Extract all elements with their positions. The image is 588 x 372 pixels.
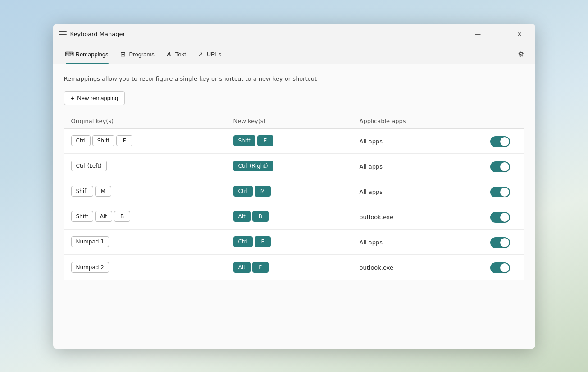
- table-row: Ctrl Shift F Shift F All apps: [64, 129, 524, 154]
- table-row: Ctrl (Left) Ctrl (Right) All apps: [64, 154, 524, 179]
- programs-icon: ⊞: [119, 51, 127, 58]
- toggle-row4[interactable]: [490, 212, 510, 223]
- tab-programs-label: Programs: [129, 51, 155, 58]
- key-badge: Alt: [95, 211, 112, 222]
- tab-urls[interactable]: ↗ URLs: [191, 44, 227, 64]
- tab-text-label: Text: [175, 51, 186, 58]
- key-badge: M: [95, 186, 111, 197]
- row1-new-keys: Shift F: [233, 135, 360, 146]
- text-icon: A: [165, 51, 173, 58]
- close-button[interactable]: ✕: [509, 27, 530, 41]
- key-badge-filled: F: [252, 262, 269, 273]
- row1-original-keys: Ctrl Shift F: [71, 135, 233, 146]
- header-new: New key(s): [233, 118, 360, 124]
- title-bar: Keyboard Manager — □ ✕: [53, 24, 535, 45]
- key-badge-filled: Ctrl: [233, 186, 253, 197]
- row6-original-keys: Numpad 2: [71, 262, 233, 273]
- key-badge: Shift: [92, 135, 114, 146]
- key-badge: Numpad 1: [71, 236, 109, 247]
- minimize-button[interactable]: —: [468, 27, 488, 41]
- key-badge: F: [116, 135, 132, 146]
- window-controls: — □ ✕: [468, 27, 530, 41]
- settings-button[interactable]: ⚙: [514, 47, 528, 61]
- key-badge: Ctrl (Left): [71, 161, 107, 171]
- key-badge: B: [114, 211, 130, 222]
- tab-remappings-label: Remappings: [76, 51, 109, 58]
- new-remapping-button[interactable]: + New remapping: [64, 91, 125, 105]
- header-original: Original key(s): [71, 118, 233, 124]
- table-header: Original key(s) New key(s) Applicable ap…: [64, 114, 524, 129]
- tab-programs[interactable]: ⊞ Programs: [114, 44, 160, 64]
- gear-icon: ⚙: [518, 50, 524, 59]
- maximize-button[interactable]: □: [488, 27, 509, 41]
- toggle-row1[interactable]: [490, 136, 510, 147]
- row4-app: outlook.exe: [360, 212, 490, 221]
- table-row: Shift Alt B Alt B outlook.exe: [64, 204, 524, 230]
- toggle-row6[interactable]: [490, 262, 510, 273]
- table-row: Numpad 1 Ctrl F All apps: [64, 230, 524, 255]
- remappings-table: Original key(s) New key(s) Applicable ap…: [64, 114, 524, 280]
- row3-original-keys: Shift M: [71, 186, 233, 197]
- tab-text[interactable]: A Text: [160, 44, 191, 64]
- toggle-row3[interactable]: [490, 187, 510, 197]
- key-badge: Shift: [71, 186, 93, 197]
- table-row: Shift M Ctrl M All apps: [64, 179, 524, 204]
- key-badge-filled: F: [257, 135, 273, 146]
- description-text: Remappings allow you to reconfigure a si…: [64, 75, 524, 82]
- row4-new-keys: Alt B: [233, 211, 360, 222]
- row3-app: All apps: [360, 187, 490, 196]
- row6-new-keys: Alt F: [233, 262, 360, 273]
- main-window: Keyboard Manager — □ ✕ ⌨ Remappings ⊞ Pr…: [53, 24, 535, 349]
- new-remapping-label: New remapping: [77, 95, 118, 101]
- urls-icon: ↗: [197, 51, 204, 58]
- remappings-icon: ⌨: [66, 51, 73, 58]
- key-badge-filled: Shift: [233, 135, 255, 146]
- key-badge-filled: Alt: [233, 211, 251, 222]
- nav-bar: ⌨ Remappings ⊞ Programs A Text ↗ URLs ⚙: [53, 45, 535, 64]
- toggle-row2[interactable]: [490, 161, 510, 172]
- row2-new-keys: Ctrl (Right): [233, 161, 360, 171]
- header-apps: Applicable apps: [360, 118, 490, 124]
- table-row: Numpad 2 Alt F outlook.exe: [64, 255, 524, 280]
- key-badge-filled: Ctrl: [233, 236, 253, 247]
- row5-original-keys: Numpad 1: [71, 236, 233, 247]
- keyboard-icon: [59, 31, 67, 37]
- row4-original-keys: Shift Alt B: [71, 211, 233, 222]
- tab-remappings[interactable]: ⌨ Remappings: [60, 44, 114, 64]
- key-badge: Shift: [71, 211, 93, 222]
- tab-urls-label: URLs: [207, 51, 222, 58]
- row2-original-keys: Ctrl (Left): [71, 161, 233, 171]
- key-badge-filled: M: [255, 186, 271, 197]
- key-badge-filled: F: [255, 236, 271, 247]
- row3-new-keys: Ctrl M: [233, 186, 360, 197]
- toggle-row5[interactable]: [490, 237, 510, 248]
- row6-app: outlook.exe: [360, 263, 490, 271]
- row2-app: All apps: [360, 162, 490, 170]
- key-badge-filled: B: [252, 211, 269, 222]
- plus-icon: +: [71, 94, 75, 102]
- content-area: Remappings allow you to reconfigure a si…: [53, 64, 535, 349]
- row5-new-keys: Ctrl F: [233, 236, 360, 247]
- key-badge-filled: Alt: [233, 262, 251, 273]
- key-badge: Numpad 2: [71, 262, 109, 273]
- row1-app: All apps: [360, 137, 490, 145]
- window-title: Keyboard Manager: [70, 31, 468, 37]
- key-badge-filled: Ctrl (Right): [233, 161, 273, 171]
- row5-app: All apps: [360, 238, 490, 246]
- key-badge: Ctrl: [71, 135, 91, 146]
